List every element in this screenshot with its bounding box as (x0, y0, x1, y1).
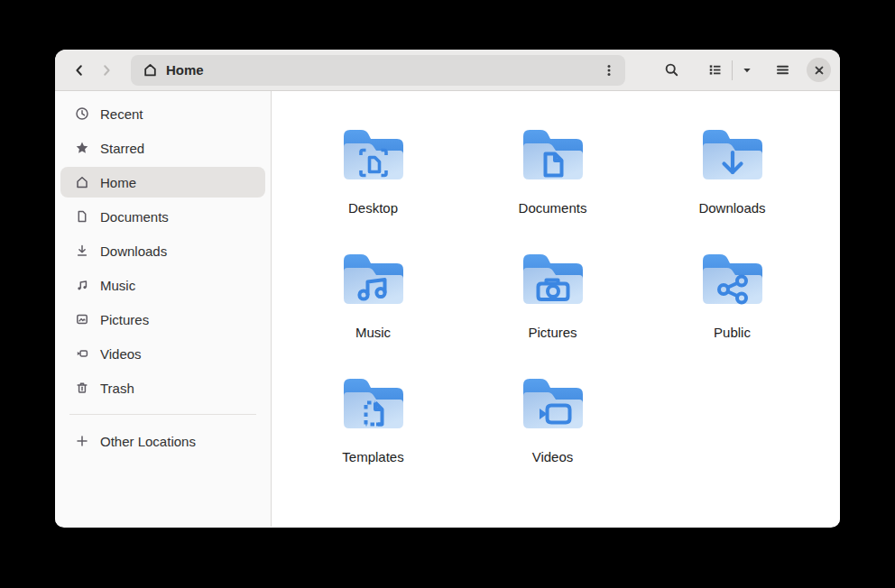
sidebar-item-label: Pictures (100, 312, 149, 327)
folder-label: Templates (342, 449, 403, 464)
clock-icon (75, 106, 89, 121)
file-view[interactable]: Desktop Documents (272, 91, 840, 527)
folder-desktop[interactable]: Desktop (283, 123, 463, 247)
hamburger-icon (775, 62, 790, 78)
view-split-separator (732, 60, 733, 80)
download-icon (75, 243, 89, 258)
sidebar-item-label: Starred (100, 141, 144, 156)
plus-icon (75, 434, 89, 448)
sidebar-item-downloads[interactable]: Downloads (60, 235, 265, 266)
close-icon (814, 65, 825, 76)
documents-folder-icon (517, 123, 589, 188)
videos-folder-icon (517, 372, 589, 436)
sidebar-item-videos[interactable]: Videos (60, 338, 265, 369)
sidebar-item-label: Trash (100, 381, 134, 396)
folder-label: Public (714, 325, 751, 340)
icon-grid: Desktop Documents (283, 123, 840, 496)
kebab-icon (602, 63, 616, 78)
search-icon (664, 62, 679, 78)
music-notes-icon (75, 278, 89, 292)
close-button[interactable] (807, 58, 831, 82)
sidebar-item-label: Home (100, 175, 136, 190)
pan-down-icon (741, 64, 753, 77)
folder-label: Music (355, 325, 391, 340)
sidebar-item-label: Documents (100, 209, 169, 225)
house-icon (75, 175, 89, 189)
location-label: Home (166, 62, 596, 78)
folder-templates[interactable]: Templates (283, 372, 463, 496)
chevron-right-icon (99, 63, 114, 78)
sidebar-item-documents[interactable]: Documents (60, 201, 265, 232)
folder-label: Desktop (348, 200, 398, 216)
sidebar-item-pictures[interactable]: Pictures (60, 304, 265, 335)
chevron-left-icon (72, 63, 87, 78)
sidebar-item-label: Downloads (100, 243, 167, 259)
folder-label: Videos (532, 449, 574, 464)
folder-label: Documents (519, 200, 587, 216)
downloads-folder-icon (697, 123, 769, 188)
sidebar-item-trash[interactable]: Trash (60, 372, 265, 403)
music-folder-icon (337, 247, 410, 312)
view-options-dropdown[interactable] (734, 55, 760, 86)
trash-icon (75, 381, 89, 395)
back-button[interactable] (66, 57, 93, 84)
sidebar-separator (69, 414, 256, 415)
headerbar-actions (649, 55, 831, 86)
path-menu-button[interactable] (596, 58, 622, 83)
sidebar-item-music[interactable]: Music (60, 270, 265, 300)
document-icon (75, 209, 89, 224)
folder-videos[interactable]: Videos (463, 372, 642, 496)
headerbar: Home (55, 50, 840, 91)
search-button[interactable] (656, 55, 687, 86)
folder-documents[interactable]: Documents (463, 123, 642, 247)
sidebar-item-label: Videos (100, 346, 142, 362)
templates-folder-icon (337, 372, 410, 436)
folder-downloads[interactable]: Downloads (642, 123, 822, 247)
public-folder-icon (697, 247, 769, 312)
list-view-icon (707, 62, 723, 78)
sidebar-item-other-locations[interactable]: Other Locations (60, 426, 265, 456)
sidebar-item-label: Music (100, 278, 135, 293)
photo-icon (75, 312, 89, 326)
path-bar[interactable]: Home (131, 55, 625, 86)
folder-label: Downloads (698, 200, 765, 216)
main-menu-button[interactable] (767, 55, 798, 86)
home-icon (143, 62, 158, 78)
sidebar-item-home[interactable]: Home (60, 167, 265, 198)
star-icon (75, 141, 89, 155)
view-split-button (699, 55, 760, 86)
files-window: Home (55, 50, 840, 528)
camcorder-icon (75, 346, 89, 361)
folder-public[interactable]: Public (642, 247, 822, 372)
list-view-button[interactable] (699, 55, 730, 86)
forward-button[interactable] (93, 57, 120, 84)
sidebar-item-starred[interactable]: Starred (60, 133, 265, 163)
desktop-folder-icon (337, 123, 410, 188)
sidebar-item-label: Other Locations (100, 434, 196, 449)
sidebar: Recent Starred Home Documents Downloads (55, 91, 272, 527)
folder-pictures[interactable]: Pictures (463, 247, 642, 372)
folder-music[interactable]: Music (283, 247, 463, 372)
folder-label: Pictures (528, 325, 577, 340)
sidebar-item-recent[interactable]: Recent (60, 98, 265, 129)
pictures-folder-icon (517, 247, 589, 312)
sidebar-item-label: Recent (100, 106, 143, 122)
